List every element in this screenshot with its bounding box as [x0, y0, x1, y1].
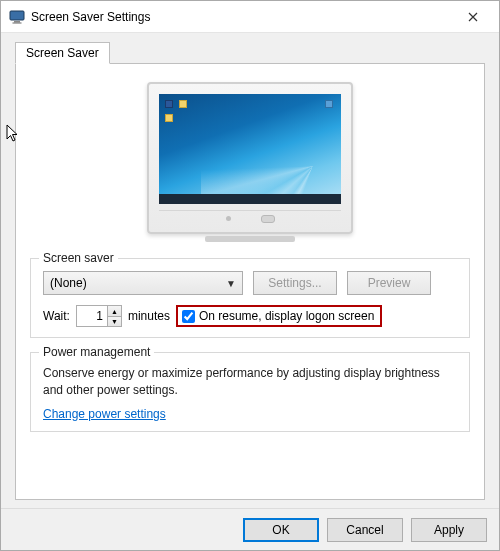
monitor-bezel — [159, 210, 341, 226]
tab-panel: Screen saver (None) ▼ Settings... Previe… — [15, 63, 485, 500]
power-text: Conserve energy or maximize performance … — [43, 365, 457, 399]
window-title: Screen Saver Settings — [31, 10, 453, 24]
wait-down-button[interactable]: ▼ — [108, 316, 122, 327]
monitor-base — [205, 236, 295, 242]
dialog-button-row: OK Cancel Apply — [1, 508, 499, 550]
titlebar: Screen Saver Settings — [1, 1, 499, 33]
group-power-legend: Power management — [39, 345, 154, 359]
wait-spinner[interactable]: ▲ ▼ — [76, 305, 122, 327]
chevron-down-icon: ▼ — [226, 278, 236, 289]
on-resume-checkbox[interactable] — [182, 310, 195, 323]
monitor-frame — [147, 82, 353, 234]
on-resume-label: On resume, display logon screen — [199, 309, 374, 323]
on-resume-highlight: On resume, display logon screen — [176, 305, 382, 327]
dialog-body: Screen Saver — [1, 33, 499, 508]
group-screensaver-legend: Screen saver — [39, 251, 118, 265]
group-power: Power management Conserve energy or maxi… — [30, 352, 470, 432]
group-screensaver: Screen saver (None) ▼ Settings... Previe… — [30, 258, 470, 338]
tab-screensaver[interactable]: Screen Saver — [15, 42, 110, 64]
cancel-button[interactable]: Cancel — [327, 518, 403, 542]
tabstrip: Screen Saver — [15, 41, 485, 63]
screensaver-preview — [147, 82, 353, 242]
svg-rect-2 — [13, 22, 22, 23]
close-button[interactable] — [453, 3, 493, 31]
desktop-icon — [165, 100, 173, 108]
settings-button[interactable]: Settings... — [253, 271, 337, 295]
preview-button[interactable]: Preview — [347, 271, 431, 295]
desktop-icon — [165, 114, 173, 122]
screensaver-select[interactable]: (None) ▼ — [43, 271, 243, 295]
app-icon — [9, 9, 25, 25]
desktop-icon — [325, 100, 333, 108]
change-power-settings-link[interactable]: Change power settings — [43, 407, 166, 421]
close-icon — [468, 9, 478, 25]
preview-taskbar — [159, 194, 341, 204]
svg-rect-0 — [10, 11, 24, 20]
ok-button[interactable]: OK — [243, 518, 319, 542]
screensaver-select-value: (None) — [50, 276, 87, 290]
apply-button[interactable]: Apply — [411, 518, 487, 542]
desktop-icon — [179, 100, 187, 108]
wait-input[interactable] — [76, 305, 108, 327]
screensaver-settings-window: Screen Saver Settings Screen Saver — [0, 0, 500, 551]
monitor-screen — [159, 94, 341, 204]
wait-label: Wait: — [43, 309, 70, 323]
wait-up-button[interactable]: ▲ — [108, 305, 122, 316]
svg-rect-1 — [14, 21, 20, 23]
wait-units: minutes — [128, 309, 170, 323]
